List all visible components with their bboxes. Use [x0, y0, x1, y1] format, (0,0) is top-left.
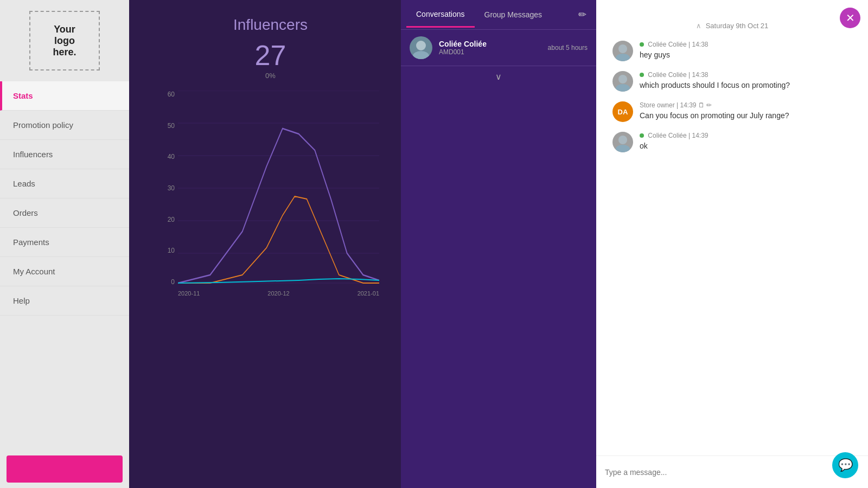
sidebar-item-leads[interactable]: Leads [0, 169, 129, 198]
y-label-50: 50 [168, 122, 175, 130]
message-text: ok [640, 142, 709, 150]
chart-svg-container: 60 50 40 30 20 10 0 [162, 91, 379, 297]
sidebar-item-orders[interactable]: Orders [0, 198, 129, 228]
main-content: Influencers 27 0% 60 50 40 30 20 10 0 [129, 0, 401, 488]
chart-title: Influencers [162, 16, 379, 34]
y-label-30: 30 [168, 184, 175, 192]
svg-point-8 [413, 51, 429, 59]
chat-input-area [596, 455, 868, 488]
contact-info: Coliée Coliée AMD001 [439, 40, 548, 56]
logo: Yourlogohere. [29, 11, 100, 70]
avatar [612, 71, 633, 92]
y-axis-labels: 60 50 40 30 20 10 0 [162, 91, 178, 286]
chat-messages: Saturday 9th Oct 21 Coliée Coliée | 14:3… [596, 0, 868, 455]
svg-point-13 [618, 136, 627, 144]
svg-point-11 [618, 75, 627, 84]
sidebar: Yourlogohere. Stats Promotion policy Inf… [0, 0, 129, 488]
x-label-2020-11: 2020-11 [178, 290, 200, 297]
chart-number: 27 [162, 39, 379, 72]
svg-point-10 [616, 54, 630, 61]
chat-message: Coliée Coliée | 14:38 which products sho… [612, 71, 852, 92]
sidebar-item-payments[interactable]: Payments [0, 228, 129, 257]
conv-tabs: Conversations Group Messages ✏ [401, 0, 596, 30]
date-separator: Saturday 9th Oct 21 [612, 22, 852, 30]
message-content: Coliée Coliée | 14:39 ok [640, 132, 709, 152]
expand-icon[interactable]: ∨ [401, 66, 596, 87]
y-label-40: 40 [168, 153, 175, 160]
sidebar-item-stats[interactable]: Stats [0, 81, 129, 111]
y-label-10: 10 [168, 247, 175, 254]
svg-point-9 [618, 44, 627, 53]
x-label-2020-12: 2020-12 [267, 290, 289, 297]
svg-point-7 [416, 41, 426, 50]
sidebar-item-help[interactable]: Help [0, 286, 129, 316]
sidebar-bottom-bar [7, 455, 123, 483]
online-indicator [640, 133, 644, 138]
conv-contact-item[interactable]: Coliée Coliée AMD001 about 5 hours [401, 30, 596, 66]
message-sender: Coliée Coliée | 14:38 [640, 71, 790, 79]
chart-area: Influencers 27 0% 60 50 40 30 20 10 0 [129, 0, 401, 390]
x-axis-labels: 2020-11 2020-12 2021-01 [178, 290, 379, 297]
online-indicator [640, 42, 644, 47]
svg-point-14 [616, 145, 630, 152]
message-text: hey guys [640, 50, 709, 59]
contact-avatar [410, 36, 432, 59]
chat-panel: ✕ Saturday 9th Oct 21 Coliée Coliée | 14… [596, 0, 868, 488]
contact-time: about 5 hours [548, 44, 588, 52]
contact-name: Coliée Coliée [439, 40, 548, 48]
y-label-0: 0 [171, 278, 175, 286]
y-label-60: 60 [168, 91, 175, 98]
chat-message: Coliée Coliée | 14:39 ok [612, 132, 852, 152]
chat-message: Coliée Coliée | 14:38 hey guys [612, 41, 852, 61]
y-label-20: 20 [168, 216, 175, 223]
online-indicator [640, 73, 644, 77]
message-sender: Store owner | 14:39 🗒 ✏ [640, 101, 789, 109]
tab-conversations[interactable]: Conversations [406, 2, 475, 28]
message-sender: Coliée Coliée | 14:38 [640, 41, 709, 48]
message-content: Coliée Coliée | 14:38 hey guys [640, 41, 709, 61]
message-text: Can you focus on promoting our July rang… [640, 111, 789, 120]
line-chart [178, 91, 379, 286]
chat-message: DA Store owner | 14:39 🗒 ✏ Can you focus… [612, 101, 852, 122]
message-content: Store owner | 14:39 🗒 ✏ Can you focus on… [640, 101, 789, 122]
message-text: which products should I focus on promoti… [640, 81, 790, 89]
svg-point-12 [616, 84, 630, 92]
chart-percent: 0% [162, 72, 379, 80]
conversations-panel: Conversations Group Messages ✏ Coliée Co… [401, 0, 596, 488]
sidebar-item-my-account[interactable]: My Account [0, 257, 129, 286]
avatar: DA [612, 101, 633, 122]
chat-input[interactable] [605, 468, 859, 477]
avatar [612, 132, 633, 152]
sidebar-item-influencers[interactable]: Influencers [0, 140, 129, 169]
edit-icon[interactable]: ✏ [574, 4, 591, 25]
sidebar-item-promotion-policy[interactable]: Promotion policy [0, 111, 129, 140]
close-button[interactable]: ✕ [840, 8, 860, 28]
avatar [612, 41, 633, 61]
nav-items: Stats Promotion policy Influencers Leads… [0, 81, 129, 450]
support-chat-button[interactable]: 💬 [832, 452, 858, 478]
x-label-2021-01: 2021-01 [358, 290, 379, 297]
contact-id: AMD001 [439, 48, 548, 56]
message-sender: Coliée Coliée | 14:39 [640, 132, 709, 139]
message-content: Coliée Coliée | 14:38 which products sho… [640, 71, 790, 92]
tab-group-messages[interactable]: Group Messages [475, 3, 552, 27]
